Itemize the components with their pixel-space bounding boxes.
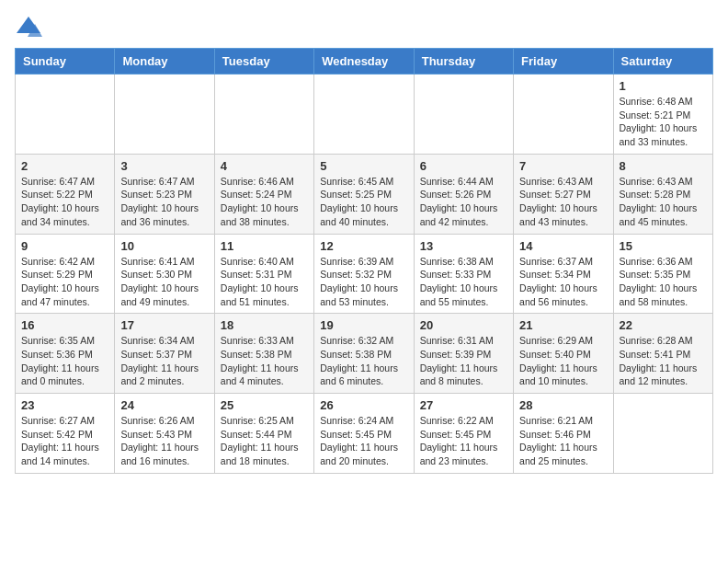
calendar-dow-tuesday: Tuesday <box>214 49 313 75</box>
day-info: Sunrise: 6:37 AM Sunset: 5:34 PM Dayligh… <box>519 255 607 309</box>
calendar-cell: 23Sunrise: 6:27 AM Sunset: 5:42 PM Dayli… <box>16 394 115 474</box>
calendar-dow-saturday: Saturday <box>613 49 712 75</box>
calendar-cell: 21Sunrise: 6:29 AM Sunset: 5:40 PM Dayli… <box>514 314 613 394</box>
day-info: Sunrise: 6:43 AM Sunset: 5:28 PM Dayligh… <box>620 175 707 229</box>
calendar-cell: 22Sunrise: 6:28 AM Sunset: 5:41 PM Dayli… <box>613 314 712 394</box>
day-info: Sunrise: 6:38 AM Sunset: 5:33 PM Dayligh… <box>420 255 507 309</box>
day-number: 9 <box>21 239 108 253</box>
calendar-cell: 1Sunrise: 6:48 AM Sunset: 5:21 PM Daylig… <box>613 75 712 155</box>
day-number: 25 <box>221 398 308 412</box>
day-info: Sunrise: 6:27 AM Sunset: 5:42 PM Dayligh… <box>21 414 108 468</box>
day-number: 11 <box>221 239 308 253</box>
day-number: 27 <box>420 398 507 412</box>
calendar-cell: 12Sunrise: 6:39 AM Sunset: 5:32 PM Dayli… <box>314 234 414 314</box>
calendar-cell <box>16 75 115 155</box>
calendar-dow-thursday: Thursday <box>414 49 513 75</box>
calendar-cell <box>314 75 414 155</box>
day-info: Sunrise: 6:35 AM Sunset: 5:36 PM Dayligh… <box>21 334 108 388</box>
calendar-cell: 18Sunrise: 6:33 AM Sunset: 5:38 PM Dayli… <box>214 314 313 394</box>
day-info: Sunrise: 6:25 AM Sunset: 5:44 PM Dayligh… <box>221 414 308 468</box>
day-info: Sunrise: 6:47 AM Sunset: 5:23 PM Dayligh… <box>120 175 208 229</box>
day-number: 10 <box>120 239 208 253</box>
day-number: 20 <box>420 318 507 332</box>
calendar-cell: 25Sunrise: 6:25 AM Sunset: 5:44 PM Dayli… <box>214 394 313 474</box>
calendar-cell: 6Sunrise: 6:44 AM Sunset: 5:26 PM Daylig… <box>414 154 513 234</box>
calendar-cell: 24Sunrise: 6:26 AM Sunset: 5:43 PM Dayli… <box>115 394 214 474</box>
day-info: Sunrise: 6:24 AM Sunset: 5:45 PM Dayligh… <box>320 414 407 468</box>
calendar-header-row: SundayMondayTuesdayWednesdayThursdayFrid… <box>16 49 713 75</box>
day-info: Sunrise: 6:46 AM Sunset: 5:24 PM Dayligh… <box>221 175 308 229</box>
day-number: 13 <box>420 239 507 253</box>
calendar-dow-friday: Friday <box>514 49 613 75</box>
calendar-cell: 5Sunrise: 6:45 AM Sunset: 5:25 PM Daylig… <box>314 154 414 234</box>
day-info: Sunrise: 6:41 AM Sunset: 5:30 PM Dayligh… <box>120 255 208 309</box>
calendar-week-row: 1Sunrise: 6:48 AM Sunset: 5:21 PM Daylig… <box>16 75 713 155</box>
calendar-dow-sunday: Sunday <box>16 49 115 75</box>
day-number: 24 <box>120 398 208 412</box>
day-number: 22 <box>620 318 707 332</box>
day-number: 16 <box>21 318 108 332</box>
day-number: 12 <box>320 239 407 253</box>
day-number: 28 <box>519 398 607 412</box>
day-number: 1 <box>620 79 707 93</box>
calendar-cell: 28Sunrise: 6:21 AM Sunset: 5:46 PM Dayli… <box>514 394 613 474</box>
day-number: 26 <box>320 398 407 412</box>
calendar-week-row: 23Sunrise: 6:27 AM Sunset: 5:42 PM Dayli… <box>16 394 713 474</box>
day-info: Sunrise: 6:29 AM Sunset: 5:40 PM Dayligh… <box>519 334 607 388</box>
calendar-table: SundayMondayTuesdayWednesdayThursdayFrid… <box>15 48 713 474</box>
day-number: 21 <box>519 318 607 332</box>
day-info: Sunrise: 6:22 AM Sunset: 5:45 PM Dayligh… <box>420 414 507 468</box>
day-number: 8 <box>620 159 707 173</box>
day-number: 3 <box>120 159 208 173</box>
day-number: 6 <box>420 159 507 173</box>
calendar-cell: 14Sunrise: 6:37 AM Sunset: 5:34 PM Dayli… <box>514 234 613 314</box>
calendar-cell: 4Sunrise: 6:46 AM Sunset: 5:24 PM Daylig… <box>214 154 313 234</box>
calendar-cell <box>115 75 214 155</box>
calendar-cell: 11Sunrise: 6:40 AM Sunset: 5:31 PM Dayli… <box>214 234 313 314</box>
day-info: Sunrise: 6:34 AM Sunset: 5:37 PM Dayligh… <box>120 334 208 388</box>
day-info: Sunrise: 6:42 AM Sunset: 5:29 PM Dayligh… <box>21 255 108 309</box>
day-info: Sunrise: 6:26 AM Sunset: 5:43 PM Dayligh… <box>120 414 208 468</box>
day-info: Sunrise: 6:48 AM Sunset: 5:21 PM Dayligh… <box>620 95 707 149</box>
calendar-cell: 8Sunrise: 6:43 AM Sunset: 5:28 PM Daylig… <box>613 154 712 234</box>
page-header <box>15 15 713 37</box>
calendar-cell: 17Sunrise: 6:34 AM Sunset: 5:37 PM Dayli… <box>115 314 214 394</box>
logo-icon <box>15 15 42 37</box>
calendar-cell: 10Sunrise: 6:41 AM Sunset: 5:30 PM Dayli… <box>115 234 214 314</box>
calendar-cell: 16Sunrise: 6:35 AM Sunset: 5:36 PM Dayli… <box>16 314 115 394</box>
day-info: Sunrise: 6:36 AM Sunset: 5:35 PM Dayligh… <box>620 255 707 309</box>
calendar-cell: 2Sunrise: 6:47 AM Sunset: 5:22 PM Daylig… <box>16 154 115 234</box>
calendar-cell <box>414 75 513 155</box>
day-number: 17 <box>120 318 208 332</box>
day-number: 23 <box>21 398 108 412</box>
calendar-cell: 3Sunrise: 6:47 AM Sunset: 5:23 PM Daylig… <box>115 154 214 234</box>
calendar-cell: 15Sunrise: 6:36 AM Sunset: 5:35 PM Dayli… <box>613 234 712 314</box>
calendar-dow-monday: Monday <box>115 49 214 75</box>
calendar-week-row: 2Sunrise: 6:47 AM Sunset: 5:22 PM Daylig… <box>16 154 713 234</box>
calendar-cell: 9Sunrise: 6:42 AM Sunset: 5:29 PM Daylig… <box>16 234 115 314</box>
calendar-week-row: 16Sunrise: 6:35 AM Sunset: 5:36 PM Dayli… <box>16 314 713 394</box>
calendar-week-row: 9Sunrise: 6:42 AM Sunset: 5:29 PM Daylig… <box>16 234 713 314</box>
calendar-cell: 7Sunrise: 6:43 AM Sunset: 5:27 PM Daylig… <box>514 154 613 234</box>
calendar-cell <box>613 394 712 474</box>
calendar-cell: 26Sunrise: 6:24 AM Sunset: 5:45 PM Dayli… <box>314 394 414 474</box>
day-number: 18 <box>221 318 308 332</box>
day-number: 7 <box>519 159 607 173</box>
calendar-cell <box>514 75 613 155</box>
day-info: Sunrise: 6:32 AM Sunset: 5:38 PM Dayligh… <box>320 334 407 388</box>
day-number: 4 <box>221 159 308 173</box>
day-number: 19 <box>320 318 407 332</box>
day-number: 2 <box>21 159 108 173</box>
day-info: Sunrise: 6:21 AM Sunset: 5:46 PM Dayligh… <box>519 414 607 468</box>
day-info: Sunrise: 6:28 AM Sunset: 5:41 PM Dayligh… <box>620 334 707 388</box>
day-info: Sunrise: 6:39 AM Sunset: 5:32 PM Dayligh… <box>320 255 407 309</box>
logo <box>15 15 46 37</box>
day-info: Sunrise: 6:43 AM Sunset: 5:27 PM Dayligh… <box>519 175 607 229</box>
day-number: 5 <box>320 159 407 173</box>
day-info: Sunrise: 6:47 AM Sunset: 5:22 PM Dayligh… <box>21 175 108 229</box>
day-info: Sunrise: 6:33 AM Sunset: 5:38 PM Dayligh… <box>221 334 308 388</box>
day-info: Sunrise: 6:44 AM Sunset: 5:26 PM Dayligh… <box>420 175 507 229</box>
calendar-cell: 20Sunrise: 6:31 AM Sunset: 5:39 PM Dayli… <box>414 314 513 394</box>
day-info: Sunrise: 6:31 AM Sunset: 5:39 PM Dayligh… <box>420 334 507 388</box>
day-number: 14 <box>519 239 607 253</box>
